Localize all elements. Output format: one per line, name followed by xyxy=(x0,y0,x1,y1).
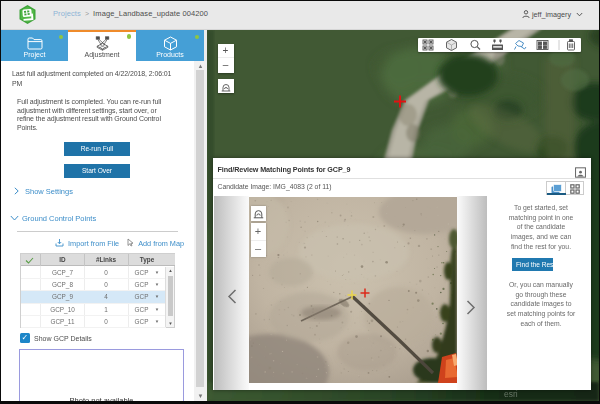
svg-text:esri: esri xyxy=(504,389,518,399)
